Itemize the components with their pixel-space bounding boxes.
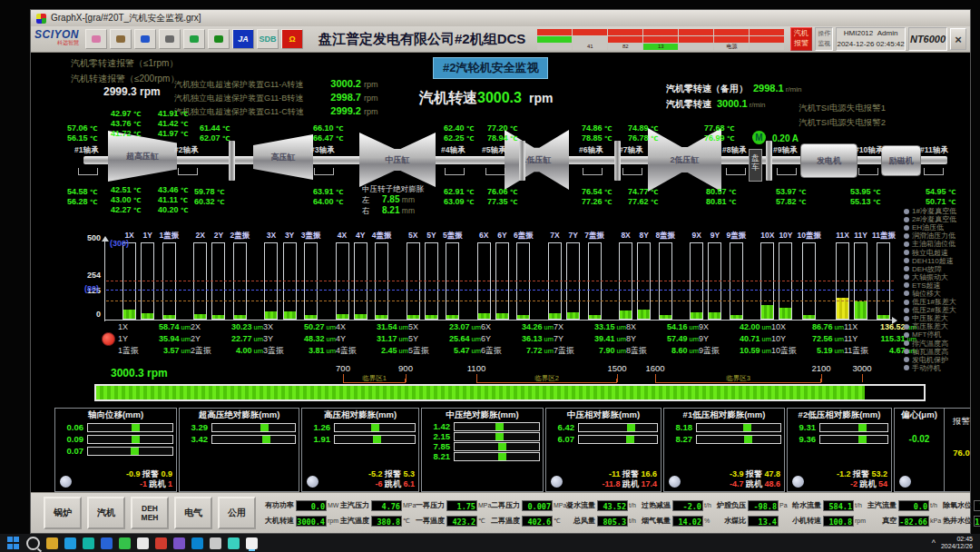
metric-value: 43.52 (597, 500, 628, 511)
ip-rotor-expansion: 中压转子绝对膨胀左7.85 mm右8.21 mm (362, 183, 424, 216)
panel-gauge (211, 435, 296, 444)
mode-toggle[interactable]: 操作监视 (815, 27, 834, 51)
alarm-grid-cell: 41 (573, 44, 607, 50)
taskbar-app-icon[interactable] (46, 537, 58, 549)
metric-value: 13.4 (748, 516, 779, 527)
panel-超高压绝对膨胀(mm): 超高压绝对膨胀(mm)3.293.42 (179, 408, 299, 492)
status-indicator (792, 476, 804, 488)
printer-icon[interactable] (159, 29, 181, 49)
status-bar: 锅炉汽机DEHMEH电气公用 有功功率0.0MW大机转速3000.4rpm主汽压… (31, 492, 970, 533)
vibration-group-4: 4X4Y4盖振 (335, 231, 391, 320)
taskbar-app-icon[interactable] (228, 537, 240, 549)
panel-value: 0.07 (58, 446, 83, 456)
metric-unit: Pa (779, 502, 790, 508)
bar-label: 3X (267, 231, 276, 242)
panel-高压相对膨胀(mm): 高压相对膨胀(mm)1.261.91-5.2 报警 5.3-6 跳机 6.1 (301, 408, 419, 492)
bearing-temp-top: 77.68 ℃76.99 ℃ (704, 123, 735, 143)
bar-label: 2X (196, 231, 205, 242)
taskbar-app-icon[interactable] (210, 537, 221, 549)
company-title: 盘江普定发电有限公司#2机组DCS (318, 31, 525, 48)
panel-value: 3.29 (182, 422, 208, 432)
nav-button-公用[interactable]: 公用 (218, 497, 256, 529)
search-icon[interactable] (26, 537, 40, 550)
vibration-value-column: 10X86.76um10Y72.56um10盖振5.19um (771, 321, 844, 357)
toolbar: SCIYON 科远智慧 JASDBΩ 盘江普定发电有限公司#2机组DCS 418… (31, 26, 970, 53)
metric-label: 有功功率 (263, 500, 294, 510)
nav-button-汽机[interactable]: 汽机 (87, 497, 125, 529)
vhp-cylinder-temps-bottom: 42.51 ℃43.46 ℃43.00 ℃41.11 ℃42.27 ℃40.20… (111, 185, 205, 215)
alarm-bell-icon[interactable]: Ω (281, 29, 303, 49)
speed-tick-label: 2100 (811, 363, 830, 373)
vibration-bars: 1X1Y1盖振2X2Y2盖振3X3Y3盖振4X4Y4盖振5X5Y5盖振6X6Y6… (122, 231, 896, 320)
bearing-temp-bottom: 74.77 ℃77.62 ℃ (628, 187, 659, 207)
taskbar-app-icon[interactable] (173, 537, 185, 549)
bearing-temp-top: 77.20 ℃78.94 ℃ (487, 123, 518, 143)
bar-label: 7盖振 (584, 231, 604, 242)
taskbar-app-icon[interactable] (101, 537, 113, 549)
bar-label: 8X (621, 231, 630, 242)
bar-label: 4X (338, 231, 347, 242)
panel-trip-limits: -1 跳机 1 (140, 478, 172, 490)
alarm-grid-cell: 13 (643, 44, 678, 50)
metric-column: 给水流量584.1t/h小机转速100.8rpm (790, 498, 866, 527)
screen: GraphX-[gra/#20T_汽机安全监视.grx] SCIYON 科远智慧… (0, 0, 980, 552)
bearing-temp-bottom: 54.58 ℃56.28 ℃ (67, 187, 98, 207)
vibration-value-column: 3X50.27um3Y48.32um3盖振3.81um (263, 321, 336, 357)
bearing-bracket (858, 168, 878, 175)
bearing-label: #2轴承 (174, 145, 198, 156)
taskbar-app-icon[interactable] (155, 537, 167, 549)
taskbar-app-icon[interactable] (64, 537, 76, 549)
nav-button-电气[interactable]: 电气 (174, 497, 212, 529)
speed-progress-bar (94, 384, 926, 401)
bearing-bracket (924, 168, 944, 175)
keyboard-icon[interactable] (110, 29, 132, 49)
taskbar-clock[interactable]: 02:452024/12/26 (941, 536, 973, 550)
panel-value: 8.27 (667, 434, 692, 444)
taskbar-app-icon[interactable] (191, 537, 203, 549)
bearing-label: #8轴承 (722, 145, 746, 156)
metric-unit: ℃ (554, 518, 564, 525)
taskbar-app-icon[interactable] (83, 537, 94, 549)
operator-station-icon[interactable] (134, 29, 156, 49)
turbine-alarm-button[interactable]: 汽机报警 (790, 27, 811, 51)
vibration-group-2: 2X2Y2盖振 (193, 231, 250, 320)
page-title[interactable]: #2汽轮机安全监视 (433, 57, 548, 79)
vibration-group-8: 8X8Y8盖振 (619, 231, 675, 320)
ja-logo-icon[interactable]: JA (232, 29, 254, 49)
alarm-dot-icon (904, 217, 909, 222)
metric-label: 二再温度 (489, 516, 520, 526)
metric-label: 凝水流量 (564, 500, 595, 510)
taskbar-app-icon[interactable] (246, 537, 258, 549)
alarm-dot-icon (904, 332, 909, 338)
tray-chevron-icon[interactable]: ^ (932, 538, 936, 547)
close-icon[interactable]: × (950, 28, 966, 50)
metric-label: 过热减温 (640, 500, 671, 510)
operators-icon[interactable] (85, 29, 107, 49)
taskbar-app-icon[interactable] (119, 537, 131, 549)
y-axis-tick: 254 (79, 271, 101, 280)
nav-button-锅炉[interactable]: 锅炉 (44, 497, 82, 529)
bearing-bracket (314, 168, 334, 175)
bar-label: 5Y (426, 231, 436, 242)
alarm-grid-cell (750, 29, 784, 35)
start-button[interactable] (7, 537, 20, 549)
alarm-grid-cell (714, 36, 749, 43)
metric-column: 凝水流量43.52t/h总风量805.3t/h (564, 498, 640, 527)
alarm-dot-icon (904, 291, 909, 296)
metric-label: 烟气氧量 (640, 516, 671, 526)
panel-gauge (454, 432, 540, 441)
vibration-value-column: 9X42.00um9Y40.71um9盖振10.59um (699, 321, 771, 357)
bar-label: 2盖振 (230, 231, 250, 242)
metric-label: 主汽流量 (866, 500, 897, 510)
bar-label: 6X (479, 231, 488, 242)
sdb-logo-icon[interactable]: SDB (257, 29, 279, 49)
speed-tick-mark (821, 374, 822, 382)
metric-unit: t/h (629, 502, 640, 508)
display-icon[interactable] (183, 29, 205, 49)
folder-icon[interactable] (208, 29, 230, 49)
nav-button-DEH-MEH[interactable]: DEHMEH (131, 497, 169, 529)
alarm-grid-cell (537, 36, 572, 43)
metric-value: 1.75 (446, 500, 477, 511)
metric-unit: MW (328, 502, 338, 508)
taskbar-app-icon[interactable] (137, 537, 149, 549)
